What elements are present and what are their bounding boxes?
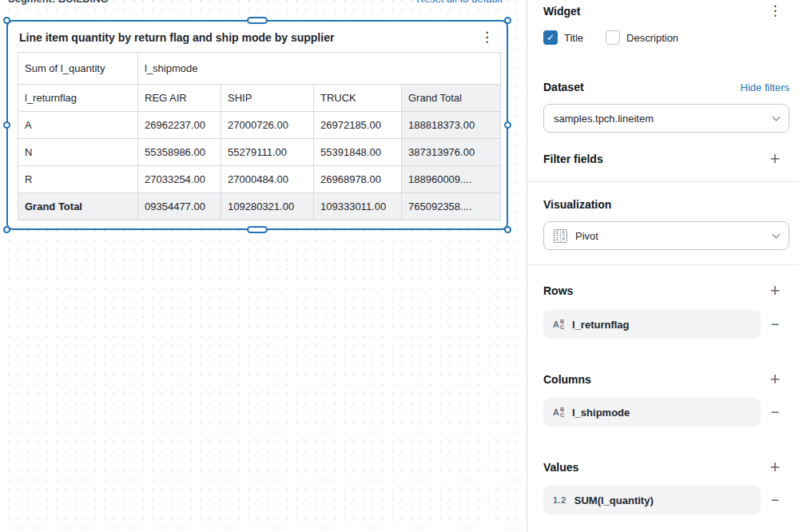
- visualization-select[interactable]: 3628 Pivot: [543, 221, 789, 250]
- title-checkbox[interactable]: ✓: [543, 30, 558, 45]
- pivot-header-row-2: l_returnflag REG AIR SHIP TRUCK Grand To…: [18, 85, 501, 112]
- section-divider: [527, 264, 799, 265]
- dataset-section-label: Dataset: [543, 79, 584, 95]
- chevron-down-icon: [773, 113, 781, 121]
- rows-field-pill[interactable]: A BC l_returnflag: [543, 310, 761, 339]
- title-checkbox-row[interactable]: ✓ Title: [543, 30, 583, 45]
- description-checkbox[interactable]: [606, 30, 620, 45]
- panel-kebab-menu-icon[interactable]: ⋮: [761, 5, 789, 18]
- cell-grand-total: 188818373.00: [402, 112, 501, 139]
- cell-grand-total: 188960009....: [402, 166, 501, 193]
- description-checkbox-row[interactable]: Description: [606, 30, 678, 45]
- widget-kebab-menu-icon[interactable]: ⋮: [477, 31, 497, 44]
- resize-handle-top-right[interactable]: [504, 17, 511, 24]
- pivot-column-header-grand-total: Grand Total: [402, 85, 501, 112]
- pivot-widget-card[interactable]: Line item quantity by return flag and sh…: [6, 20, 508, 230]
- add-filter-field-button[interactable]: +: [761, 152, 789, 166]
- columns-field-pill[interactable]: A BC l_shipmode: [543, 398, 761, 427]
- segment-filter-chip[interactable]: Segment: BUILDING: [8, 0, 109, 5]
- resize-handle-top-left[interactable]: [3, 17, 10, 24]
- remove-column-field-button[interactable]: −: [761, 405, 789, 419]
- visualization-label: Visualization: [543, 197, 789, 212]
- pivot-column-header: REG AIR: [138, 85, 221, 112]
- cell-value: 55391848.00: [314, 139, 402, 166]
- string-type-icon: A BC: [553, 407, 564, 418]
- columns-field-name: l_shipmode: [572, 407, 630, 419]
- pivot-column-header: SHIP: [221, 85, 314, 112]
- cell-grand-total: 387313976.00: [402, 139, 501, 166]
- resize-handle-top[interactable]: [247, 17, 268, 24]
- pivot-header-row-1: Sum of l_quantity l_shipmode: [18, 53, 501, 85]
- pivot-icon: 3628: [554, 229, 567, 243]
- row-label: A: [18, 112, 138, 139]
- cell-grand-total: 765092358....: [402, 193, 501, 220]
- cell-value: 27000726.00: [221, 112, 314, 139]
- widget-title: Line item quantity by return flag and sh…: [19, 31, 334, 44]
- values-section-label: Values: [543, 459, 578, 475]
- section-divider: [527, 181, 799, 182]
- cell-value: 27000484.00: [221, 166, 314, 193]
- pivot-row-dimension-label: l_returnflag: [18, 85, 138, 112]
- pivot-measure-label: Sum of l_quantity: [18, 53, 138, 85]
- description-checkbox-label: Description: [626, 32, 678, 44]
- cell-value: 55358986.00: [138, 139, 221, 166]
- pivot-column-header: TRUCK: [314, 85, 402, 112]
- dataset-select[interactable]: samples.tpch.lineitem: [543, 104, 789, 133]
- resize-handle-right[interactable]: [504, 121, 511, 129]
- row-label: Grand Total: [18, 193, 138, 220]
- table-row: R 27033254.00 27000484.00 26968978.00 18…: [18, 166, 501, 193]
- resize-handle-bottom[interactable]: [247, 226, 268, 233]
- row-label: R: [18, 166, 138, 193]
- add-column-field-button[interactable]: +: [761, 372, 789, 387]
- columns-section-label: Columns: [543, 371, 591, 387]
- add-value-field-button[interactable]: +: [761, 460, 789, 474]
- panel-title: Widget: [543, 3, 581, 19]
- cell-value: 26962237.00: [138, 112, 221, 139]
- title-checkbox-label: Title: [564, 32, 583, 44]
- rows-field-name: l_returnflag: [572, 319, 630, 331]
- pivot-table: Sum of l_quantity l_shipmode l_returnfla…: [18, 52, 501, 220]
- check-icon: ✓: [547, 33, 555, 42]
- chevron-down-icon: [773, 231, 781, 239]
- cell-value: 26972185.00: [314, 112, 402, 139]
- remove-row-field-button[interactable]: −: [761, 317, 789, 332]
- pivot-column-group-label: l_shipmode: [138, 53, 501, 85]
- cell-value: 09354477.00: [138, 193, 221, 220]
- filter-fields-label: Filter fields: [543, 151, 603, 167]
- widget-config-panel: Widget ⋮ ✓ Title Description Dataset Hid…: [527, 0, 799, 532]
- visualization-selected-value: Pivot: [575, 230, 598, 242]
- row-label: N: [18, 139, 138, 166]
- cell-value: 27033254.00: [138, 166, 221, 193]
- values-field-pill[interactable]: 1.2 SUM(l_quantity): [543, 486, 761, 514]
- resize-handle-bottom-right[interactable]: [504, 226, 511, 233]
- cell-value: 55279111.00: [221, 139, 314, 166]
- rows-section-label: Rows: [543, 283, 573, 299]
- values-field-name: SUM(l_quantity): [574, 494, 654, 506]
- table-row-grand-total: Grand Total 09354477.00 109280321.00 109…: [18, 193, 501, 220]
- reset-all-link[interactable]: Reset all to default: [416, 0, 503, 5]
- numeric-type-icon: 1.2: [553, 495, 566, 505]
- string-type-icon: A BC: [553, 319, 564, 330]
- dataset-selected-value: samples.tpch.lineitem: [554, 113, 654, 125]
- cell-value: 26968978.00: [314, 166, 402, 193]
- resize-handle-bottom-left[interactable]: [3, 226, 10, 233]
- dashboard-canvas[interactable]: Segment: BUILDING Reset all to default L…: [0, 0, 527, 532]
- table-row: N 55358986.00 55279111.00 55391848.00 38…: [18, 139, 501, 166]
- hide-filters-link[interactable]: Hide filters: [741, 81, 789, 93]
- cell-value: 109280321.00: [221, 193, 314, 220]
- cell-value: 109333011.00: [314, 193, 402, 220]
- table-row: A 26962237.00 27000726.00 26972185.00 18…: [18, 112, 501, 139]
- resize-handle-left[interactable]: [3, 121, 10, 129]
- add-row-field-button[interactable]: +: [761, 284, 789, 298]
- remove-value-field-button[interactable]: −: [761, 493, 789, 507]
